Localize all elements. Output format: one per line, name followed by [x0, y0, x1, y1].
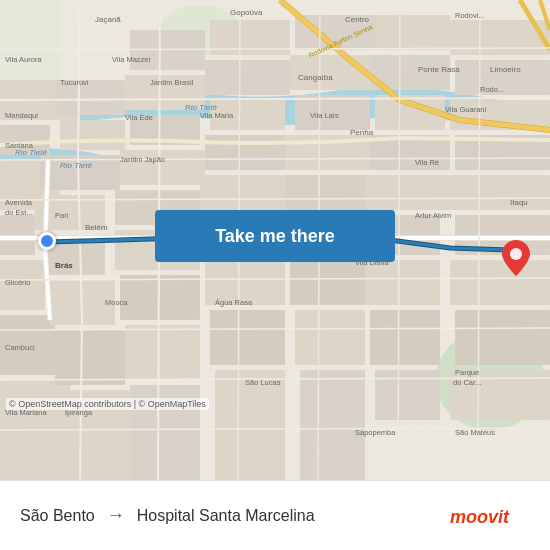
svg-rect-17: [55, 330, 125, 385]
svg-text:Penha: Penha: [350, 128, 374, 137]
map-attribution: © OpenStreetMap contributors | © OpenMap…: [6, 398, 209, 410]
svg-rect-26: [125, 325, 200, 380]
svg-text:Mooca: Mooca: [105, 298, 128, 307]
svg-rect-12: [60, 120, 125, 150]
footer: São Bento → Hospital Santa Marcelina moo…: [0, 480, 550, 550]
svg-text:Itaqu: Itaqu: [510, 198, 528, 207]
svg-text:Artur Alvim: Artur Alvim: [415, 211, 451, 220]
svg-text:Parque: Parque: [455, 368, 479, 377]
svg-text:Vila Aurora: Vila Aurora: [5, 55, 42, 64]
svg-rect-25: [120, 275, 200, 320]
direction-arrow-icon: →: [107, 505, 125, 526]
svg-text:Vila Ede: Vila Ede: [125, 113, 153, 122]
svg-text:Belém: Belém: [85, 223, 108, 232]
svg-text:Sapopemba: Sapopemba: [355, 428, 396, 437]
svg-rect-41: [285, 175, 370, 210]
svg-text:Água Rasa: Água Rasa: [215, 298, 253, 307]
destination-marker: [502, 240, 530, 276]
svg-text:do Car...: do Car...: [453, 378, 481, 387]
svg-rect-31: [205, 135, 290, 170]
svg-text:Vila Mazzei: Vila Mazzei: [112, 55, 151, 64]
map-container: Jaçanã Gopoüva Centro Rodovi... Vila Aur…: [0, 0, 550, 480]
moovit-logo: moovit: [450, 501, 530, 531]
svg-text:Ponte Rasa: Ponte Rasa: [418, 65, 460, 74]
svg-text:Pari: Pari: [55, 211, 69, 220]
svg-rect-3: [0, 0, 60, 80]
svg-text:Gopoüva: Gopoüva: [230, 8, 263, 17]
svg-text:Rodo...: Rodo...: [480, 85, 504, 94]
origin-marker: [38, 232, 56, 250]
svg-text:Glicério: Glicério: [5, 278, 30, 287]
take-me-there-label: Take me there: [215, 226, 335, 247]
svg-text:Cambuci: Cambuci: [5, 343, 35, 352]
take-me-there-button[interactable]: Take me there: [155, 210, 395, 262]
svg-text:Avenida: Avenida: [5, 198, 33, 207]
svg-text:Vila Guarani: Vila Guarani: [445, 105, 486, 114]
svg-rect-59: [450, 175, 550, 210]
svg-text:Jardim Brasil: Jardim Brasil: [150, 78, 194, 87]
svg-text:Rodovi...: Rodovi...: [455, 11, 485, 20]
svg-text:Vila Laís: Vila Laís: [310, 111, 339, 120]
svg-rect-50: [365, 175, 450, 210]
svg-rect-46: [375, 15, 450, 50]
svg-text:Brás: Brás: [55, 261, 73, 270]
svg-text:Tucuruvi: Tucuruvi: [60, 78, 89, 87]
svg-text:moovit: moovit: [450, 507, 510, 527]
svg-rect-44: [295, 310, 365, 365]
svg-rect-32: [200, 175, 290, 210]
svg-rect-62: [455, 310, 550, 365]
svg-rect-53: [370, 310, 440, 365]
svg-text:São Mateus: São Mateus: [455, 428, 495, 437]
svg-text:Rio Tietê: Rio Tietê: [60, 161, 92, 170]
svg-text:Jaçanã: Jaçanã: [95, 15, 121, 24]
svg-rect-45: [300, 370, 365, 480]
svg-text:Vila Ré: Vila Ré: [415, 158, 439, 167]
svg-text:Jardim Japão: Jardim Japão: [120, 155, 165, 164]
svg-rect-35: [210, 310, 285, 365]
svg-point-108: [510, 248, 522, 260]
svg-text:Limoeiro: Limoeiro: [490, 65, 521, 74]
svg-text:São Lucas: São Lucas: [245, 378, 281, 387]
destination-location: Hospital Santa Marcelina: [137, 507, 315, 525]
origin-location: São Bento: [20, 507, 95, 525]
svg-text:Rio Tietê: Rio Tietê: [15, 148, 47, 157]
svg-text:Cangaíba: Cangaíba: [298, 73, 333, 82]
svg-rect-29: [205, 60, 290, 95]
svg-text:Mandaqui: Mandaqui: [5, 111, 38, 120]
svg-text:Centro: Centro: [345, 15, 370, 24]
svg-rect-54: [375, 370, 440, 420]
svg-text:Vila Maria: Vila Maria: [200, 111, 234, 120]
svg-text:do Est...: do Est...: [5, 208, 33, 217]
svg-rect-61: [450, 260, 550, 305]
svg-rect-43: [290, 260, 365, 305]
